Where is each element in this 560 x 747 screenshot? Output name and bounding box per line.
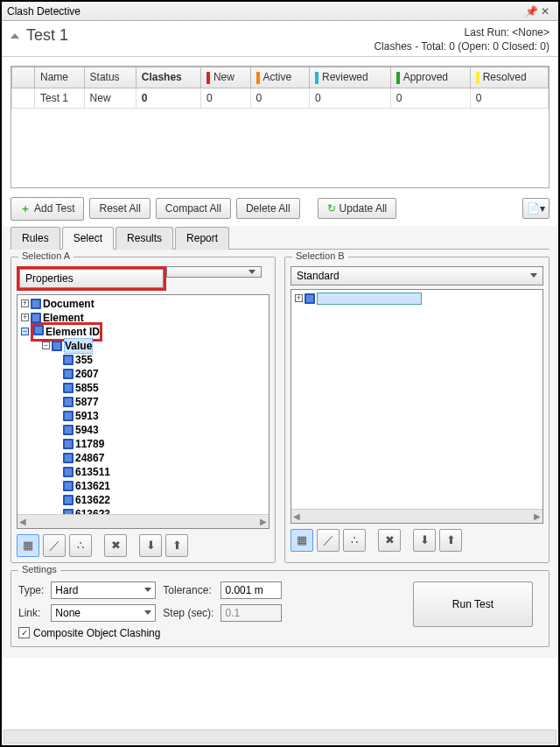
tab-select[interactable]: Select	[62, 227, 114, 250]
col-approved[interactable]: Approved	[390, 67, 470, 88]
item-icon	[63, 467, 74, 477]
header: Test 1 Last Run: <None> Clashes - Total:…	[2, 21, 558, 57]
select-save-icon[interactable]: ⬇	[413, 529, 436, 552]
tree-value[interactable]: 2607	[19, 367, 267, 381]
last-run-value: <None>	[512, 26, 550, 39]
last-run-label: Last Run:	[465, 26, 509, 39]
select-line-icon[interactable]: ／	[317, 529, 340, 552]
selection-b-mode-combo[interactable]: Standard	[290, 266, 543, 285]
select-load-icon[interactable]: ⬆	[165, 534, 188, 557]
col-resolved[interactable]: Resolved	[470, 67, 548, 88]
step-label: Step (sec):	[163, 607, 214, 619]
h-scrollbar[interactable]: ◀▶	[18, 514, 269, 528]
step-input: 0.1	[220, 604, 282, 622]
col-new[interactable]: New	[200, 67, 250, 88]
select-load-icon[interactable]: ⬆	[439, 529, 462, 552]
tree-value[interactable]: 5877	[19, 395, 267, 409]
select-clear-icon[interactable]: ✖	[104, 534, 127, 557]
type-label: Type:	[18, 584, 44, 596]
folder-icon	[52, 341, 62, 351]
tests-table: Name Status Clashes New Active Reviewed …	[10, 66, 550, 188]
item-icon	[63, 425, 74, 435]
composite-checkbox[interactable]: ✓ Composite Object Clashing	[18, 627, 282, 639]
tests-toolbar: ＋Add Test Reset All Compact All Delete A…	[10, 197, 550, 221]
close-icon[interactable]: ✕	[541, 5, 553, 18]
tab-results[interactable]: Results	[116, 227, 173, 250]
tree-value[interactable]: 24867	[19, 451, 267, 465]
selection-a-tree[interactable]: +Document +Element −Element ID −Value 35…	[17, 294, 270, 529]
checkbox-icon: ✓	[18, 627, 30, 638]
link-combo[interactable]: None	[51, 604, 156, 622]
window-title: Clash Detective	[7, 5, 80, 18]
run-test-button[interactable]: Run Test	[413, 581, 533, 627]
selection-b-tree[interactable]: + ◀▶	[290, 289, 543, 524]
selection-a-mode-combo-ext[interactable]	[166, 266, 262, 278]
col-name[interactable]: Name	[35, 67, 85, 88]
table-row[interactable]: Test 1 New 0 0 0 0 0 0	[12, 88, 549, 108]
h-scrollbar[interactable]: ◀▶	[291, 509, 542, 523]
folder-icon	[33, 325, 44, 335]
selected-item-placeholder	[317, 292, 422, 305]
folder-icon	[31, 299, 41, 309]
select-save-icon[interactable]: ⬇	[139, 534, 162, 557]
item-icon	[63, 369, 74, 379]
col-reviewed[interactable]: Reviewed	[310, 67, 391, 88]
item-icon	[63, 453, 74, 463]
tree-value[interactable]: 613621	[19, 479, 267, 493]
tree-value[interactable]: 5855	[19, 381, 267, 395]
item-icon	[63, 439, 74, 449]
select-box-icon[interactable]: ▦	[290, 529, 313, 552]
col-status[interactable]: Status	[84, 67, 136, 88]
tolerance-label: Tolerance:	[163, 584, 214, 596]
col-active[interactable]: Active	[250, 67, 309, 88]
select-points-icon[interactable]: ∴	[343, 529, 366, 552]
tab-rules[interactable]: Rules	[10, 227, 60, 250]
compact-all-button[interactable]: Compact All	[156, 198, 231, 219]
item-icon	[63, 355, 74, 365]
export-button[interactable]: 📄▾	[522, 198, 550, 219]
item-icon	[63, 509, 74, 514]
selection-a-mode-combo[interactable]: Properties	[19, 269, 164, 288]
chevron-down-icon	[144, 588, 151, 592]
tree-value[interactable]: 11789	[19, 437, 267, 451]
tree-value[interactable]: 613511	[19, 465, 267, 479]
update-all-button[interactable]: ↻Update All	[318, 198, 397, 219]
select-line-icon[interactable]: ／	[43, 534, 66, 557]
settings-legend: Settings	[18, 564, 60, 574]
delete-all-button[interactable]: Delete All	[236, 198, 300, 219]
titlebar: Clash Detective 📌 ✕	[2, 2, 558, 21]
chevron-down-icon	[530, 273, 537, 278]
pin-icon[interactable]: 📌	[525, 5, 537, 18]
tree-value[interactable]: 613623	[19, 507, 267, 514]
selection-a-legend: Selection A	[18, 250, 74, 261]
select-box-icon[interactable]: ▦	[17, 534, 39, 557]
select-points-icon[interactable]: ∴	[69, 534, 92, 557]
tab-report[interactable]: Report	[175, 227, 229, 250]
tolerance-input[interactable]: 0.001 m	[220, 581, 282, 599]
folder-icon	[31, 313, 41, 323]
tree-value[interactable]: 5943	[19, 423, 267, 437]
col-clashes[interactable]: Clashes	[136, 67, 200, 88]
reset-all-button[interactable]: Reset All	[89, 198, 150, 219]
window-h-scrollbar[interactable]	[4, 729, 556, 743]
test-title: Test 1	[26, 26, 68, 45]
tree-value[interactable]: 5913	[19, 409, 267, 423]
selection-b-panel: Selection B Standard + ◀▶ ▦ ／ ∴ ✖ ⬇ ⬆	[284, 257, 550, 563]
refresh-icon: ↻	[327, 202, 336, 215]
clash-summary: Clashes - Total: 0 (Open: 0 Closed: 0)	[374, 40, 550, 53]
collapse-caret-icon[interactable]	[10, 33, 19, 39]
link-label: Link:	[18, 607, 44, 619]
add-test-button[interactable]: ＋Add Test	[10, 197, 84, 221]
tree-value[interactable]: 355	[19, 353, 267, 367]
select-clear-icon[interactable]: ✖	[378, 529, 401, 552]
item-icon	[63, 383, 74, 393]
selection-b-legend: Selection B	[292, 250, 348, 261]
settings-panel: Settings Type: Hard Tolerance: 0.001 m L…	[10, 570, 550, 647]
item-icon	[63, 495, 74, 505]
col-blank[interactable]	[12, 67, 35, 88]
type-combo[interactable]: Hard	[51, 581, 156, 599]
item-icon	[63, 397, 74, 407]
selection-a-panel: Selection A Properties +Document +Elemen…	[10, 257, 276, 563]
plus-icon: ＋	[20, 201, 31, 216]
tree-value[interactable]: 613622	[19, 493, 267, 507]
